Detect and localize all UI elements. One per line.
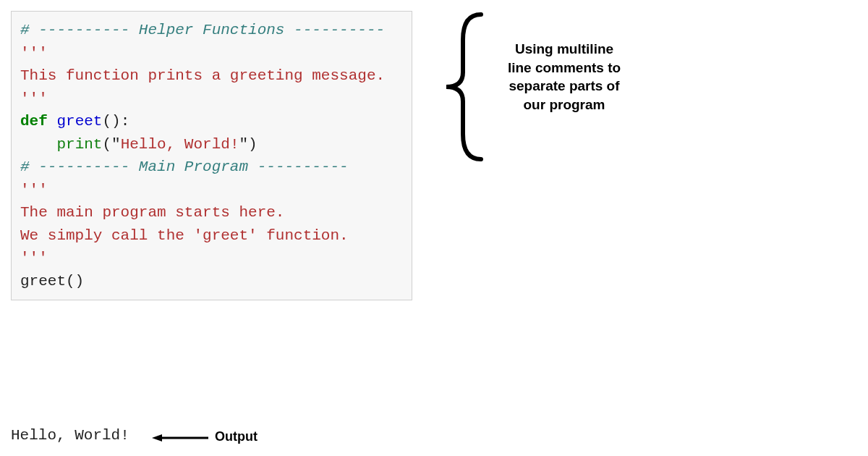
section-header-1: # ---------- Helper Functions ---------- [20,19,403,42]
docstring-close-2: ''' [20,247,403,270]
def-line: def greet(): [20,110,403,133]
docstring-open-1: ''' [20,42,403,65]
code-block: # ---------- Helper Functions ----------… [11,11,412,300]
output-text: Hello, World! [11,427,129,444]
docstring-close-1: ''' [20,88,403,111]
arrow-left-icon [152,434,210,442]
docstring-text-2b: We simply call the 'greet' function. [20,224,403,248]
annotation-multiline: Using multiline line comments to separat… [503,40,626,114]
curly-brace-icon [438,11,495,163]
call-line: greet() [20,270,403,293]
section-header-2: # ---------- Main Program ---------- [20,156,403,179]
docstring-text-2a: The main program starts here. [20,201,403,224]
annotation-output-label: Output [215,429,258,444]
svg-marker-1 [152,434,162,442]
docstring-text-1: This function prints a greeting message. [20,64,403,88]
docstring-open-2: ''' [20,179,403,202]
print-line: print("Hello, World!") [20,133,403,156]
